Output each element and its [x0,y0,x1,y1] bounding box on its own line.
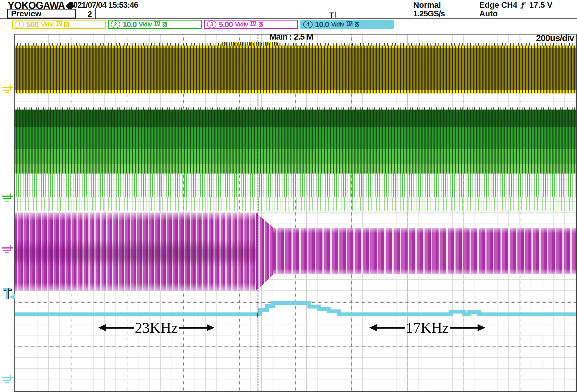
marker-line [5,252,9,253]
frequency-label: 23KHz [134,320,179,335]
probe-icon [259,22,263,27]
arrow-line [179,327,207,329]
marker-line [2,196,13,197]
probe-icon [163,22,167,27]
arrow-line [106,327,134,329]
ch4-waveform-trace [15,35,576,391]
trigger-level-label: 17.5 V [529,1,553,10]
channel-1-unit: V/div [41,21,54,28]
trigger-point-tick [257,313,258,317]
channel-4-impedance: 1M [346,22,352,27]
channel-3-impedance: 1M [250,22,256,27]
trigger-position-bar [335,12,336,18]
ch3-ground-marker[interactable] [2,245,14,254]
annotation-17khz: 17KHz [369,319,485,336]
channel-4-scale: 10.0 [315,20,329,29]
channel-2-unit: V/div [139,21,152,28]
channel-2-impedance: 1M [154,22,160,27]
channel-1-scale: 500 [26,20,38,29]
marker-line [2,87,13,88]
channel-1-impedance: 1M [56,22,62,27]
marker-line [5,201,9,202]
arrow-line [377,327,405,329]
left-arrowhead-icon [369,324,377,331]
marker-line [3,250,10,251]
channel-2-badge[interactable]: 2 10.0 V/div 1M [108,20,202,29]
sample-rate-label: 1.25GS/s [413,9,445,18]
right-arrowhead-icon [207,324,214,331]
ch4-ground-marker[interactable] [2,375,14,384]
arrow-line [450,327,478,329]
channel-3-number: 3 [207,21,216,28]
record-length-label: Main : 2.5 M [269,32,313,42]
channel-4-badge[interactable]: 4 10.0 V/div 1M [300,20,394,29]
trigger-level-arrow-icon [10,294,15,299]
marker-line [3,380,10,381]
marker-line [3,198,10,199]
trigger-type-label: Edge CH4 [479,1,517,10]
channel-2-scale: 10.0 [123,20,137,29]
trigger-t-stem [6,288,8,299]
annotation-23khz: 23KHz [98,319,214,336]
graticule: Main : 2.5 M 200us/div [14,34,577,392]
acquisition-mode-label: Normal [413,1,441,10]
channel-1-number: 1 [15,21,24,28]
channel-2-number: 2 [111,21,120,28]
trigger-settings-label: Edge CH4 17.5 V [479,1,553,10]
channel-3-scale: 5.00 [219,20,233,29]
header-separator [0,18,577,19]
marker-line [5,92,9,93]
marker-line [5,382,9,383]
header-divider-tick [95,8,96,19]
datetime-label: 2021/07/04 15:53:46 [69,1,138,10]
channel-3-unit: V/div [235,21,248,28]
marker-line [3,90,10,91]
rising-edge-icon [520,1,527,10]
probe-icon [355,22,359,27]
channel-1-badge[interactable]: 1 500 V/div 1M [12,20,106,29]
ch1-ground-marker[interactable] [2,85,14,94]
marker-line [2,247,13,249]
trigger-transition-line [258,35,258,391]
acquisition-count: 2 [88,10,92,19]
marker-line [2,377,13,378]
oscilloscope-screen: YOKOGAWA ◆ Preview 2021/07/04 15:53:46 2… [0,0,577,392]
channel-4-number: 4 [303,21,313,28]
preview-badge: Preview [7,9,76,18]
timebase-label: 200us/div [536,33,574,43]
ch4-trigger-level-marker[interactable] [2,288,16,302]
frequency-label: 17KHz [405,320,450,335]
channel-4-unit: V/div [331,21,344,28]
channel-3-badge[interactable]: 3 5.00 V/div 1M [204,20,298,29]
left-arrowhead-icon [98,324,106,331]
ch2-ground-marker[interactable] [2,193,14,202]
right-arrowhead-icon [478,324,485,331]
trigger-mode-label: Auto [479,9,498,18]
probe-icon [64,22,69,27]
